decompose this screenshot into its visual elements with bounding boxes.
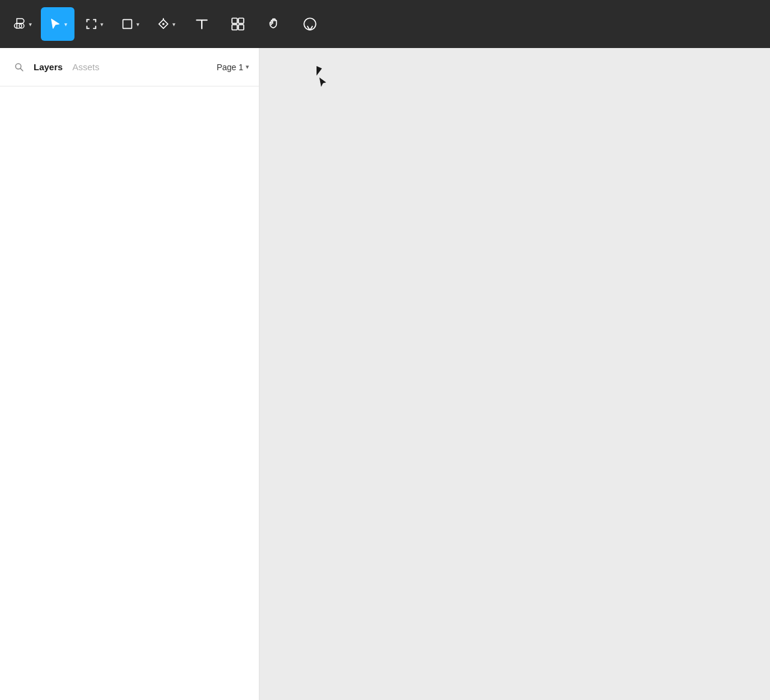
page-selector[interactable]: Page 1 ▾: [217, 62, 249, 72]
pen-chevron: ▾: [172, 21, 175, 28]
select-chevron: ▾: [64, 21, 67, 28]
shape-icon: [121, 17, 134, 31]
layers-tab[interactable]: Layers: [34, 59, 62, 74]
text-icon: [194, 16, 210, 32]
hand-tool-button[interactable]: [257, 7, 291, 41]
left-panel: Layers Assets Page 1 ▾: [0, 48, 259, 700]
main-layout: Layers Assets Page 1 ▾: [0, 48, 770, 700]
svg-rect-9: [123, 20, 132, 29]
assets-tab[interactable]: Assets: [72, 59, 99, 74]
shape-tool-button[interactable]: ▾: [113, 7, 147, 41]
svg-line-18: [20, 68, 23, 70]
logo-chevron: ▾: [29, 21, 32, 28]
panel-header: Layers Assets Page 1 ▾: [0, 48, 259, 86]
frame-icon: [85, 17, 98, 31]
hand-icon: [266, 16, 282, 32]
svg-point-10: [162, 23, 165, 25]
frame-tool-button[interactable]: ▾: [77, 7, 111, 41]
pen-icon: [157, 17, 170, 31]
svg-rect-14: [232, 25, 237, 30]
figma-logo-button[interactable]: ▾: [5, 7, 38, 41]
panel-tabs: Layers Assets: [34, 59, 212, 74]
shape-chevron: ▾: [136, 21, 139, 28]
page-selector-chevron: ▾: [246, 63, 249, 71]
frame-chevron: ▾: [100, 21, 103, 28]
svg-rect-15: [238, 25, 244, 30]
page-selector-label: Page 1: [217, 62, 243, 72]
pen-tool-button[interactable]: ▾: [149, 7, 183, 41]
components-tool-button[interactable]: [221, 7, 255, 41]
canvas-area[interactable]: [259, 48, 770, 700]
select-icon: [49, 17, 62, 31]
comment-icon: [302, 16, 318, 32]
svg-rect-12: [232, 18, 237, 23]
figma-icon: [12, 17, 26, 31]
search-icon: [14, 62, 25, 73]
svg-point-16: [304, 18, 316, 30]
select-tool-button[interactable]: ▾: [41, 7, 74, 41]
toolbar: ▾ ▾ ▾ ▾ ▾: [0, 0, 770, 48]
svg-rect-13: [238, 18, 244, 23]
comment-tool-button[interactable]: [293, 7, 327, 41]
layers-panel-content: [0, 86, 259, 700]
search-button[interactable]: [10, 58, 29, 77]
components-icon: [230, 16, 246, 32]
text-tool-button[interactable]: [185, 7, 219, 41]
